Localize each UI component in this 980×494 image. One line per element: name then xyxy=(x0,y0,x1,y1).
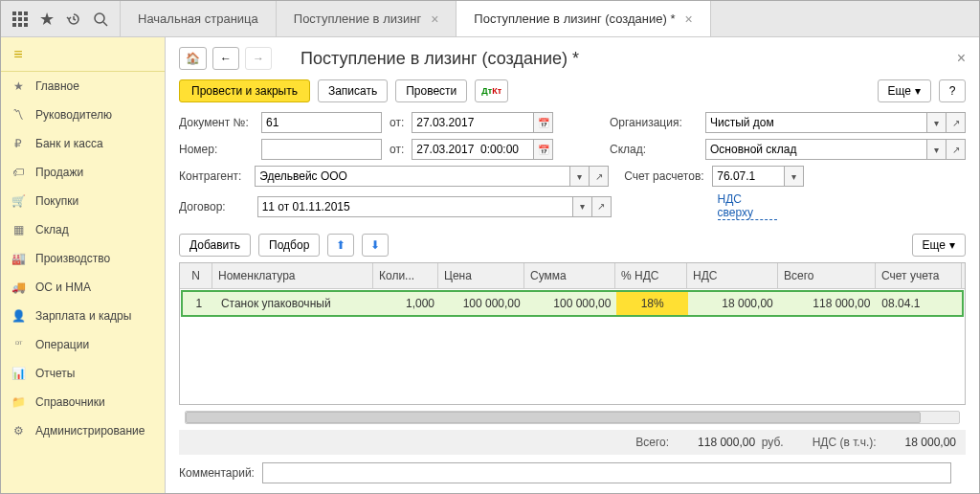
cell-qty: 1,000 xyxy=(375,292,440,315)
back-button[interactable]: ← xyxy=(212,47,239,70)
th-qty[interactable]: Коли... xyxy=(373,263,438,288)
nds-label: НДС (в т.ч.): xyxy=(813,436,877,449)
sidebar-item-refs[interactable]: 📁Справочники xyxy=(1,388,165,416)
sidebar-item-warehouse[interactable]: ▦Склад xyxy=(1,215,165,244)
sidebar-item-main[interactable]: ★Главное xyxy=(1,72,165,101)
tab-home[interactable]: Начальная страница xyxy=(120,1,277,36)
sidebar-item-label: Производство xyxy=(35,252,110,265)
th-total[interactable]: Всего xyxy=(778,263,876,288)
apps-icon[interactable] xyxy=(9,8,32,31)
help-button[interactable]: ? xyxy=(939,79,966,102)
menu-icon[interactable]: ≡ xyxy=(11,47,26,62)
home-button[interactable]: 🏠 xyxy=(179,47,207,70)
sidebar-item-purchases[interactable]: 🛒Покупки xyxy=(1,187,165,215)
post-button[interactable]: Провести xyxy=(395,79,467,102)
cart-icon: 🛒 xyxy=(11,193,26,209)
search-icon[interactable] xyxy=(89,8,112,31)
sidebar-header: ≡ xyxy=(1,37,165,72)
sidebar-item-operations[interactable]: ᴰᵀОперации xyxy=(1,330,165,359)
sidebar-item-assets[interactable]: 🚚ОС и НМА xyxy=(1,273,165,302)
th-sum[interactable]: Сумма xyxy=(524,263,615,288)
close-icon[interactable]: × xyxy=(431,11,438,27)
dropdown-icon[interactable]: ▾ xyxy=(570,166,590,187)
th-name[interactable]: Номенклатура xyxy=(212,263,373,288)
calendar-icon[interactable]: 📅 xyxy=(534,112,553,133)
open-icon[interactable]: ↗ xyxy=(947,112,966,133)
cell-nds: 18 000,00 xyxy=(688,292,779,315)
row-docnum: Документ №: от: 📅 Организация: ▾ ↗ xyxy=(179,112,966,133)
th-vat[interactable]: % НДС xyxy=(615,263,687,288)
nav-buttons: 🏠 ← → xyxy=(179,47,272,70)
warehouse-input[interactable] xyxy=(705,139,927,160)
horizontal-scrollbar[interactable] xyxy=(185,411,960,424)
sidebar-item-admin[interactable]: ⚙Администрирование xyxy=(1,416,165,445)
open-icon[interactable]: ↗ xyxy=(590,166,609,187)
move-down-button[interactable]: ⬇ xyxy=(362,234,389,257)
comment-input[interactable] xyxy=(262,462,951,483)
folder-icon: 📁 xyxy=(11,394,26,410)
calendar-icon[interactable]: 📅 xyxy=(534,139,553,160)
open-icon[interactable]: ↗ xyxy=(592,196,612,217)
svg-rect-5 xyxy=(24,17,28,21)
sidebar-item-label: Администрирование xyxy=(35,424,145,438)
sidebar-item-production[interactable]: 🏭Производство xyxy=(1,244,165,273)
page-title: Поступление в лизинг (создание) * xyxy=(301,49,579,69)
star-icon[interactable]: ★ xyxy=(35,8,58,31)
dropdown-icon[interactable]: ▾ xyxy=(927,139,947,160)
svg-rect-0 xyxy=(12,11,16,15)
tab-leasing-list[interactable]: Поступление в лизинг× xyxy=(277,1,457,36)
forward-button[interactable]: → xyxy=(245,47,272,70)
sidebar-item-reports[interactable]: 📊Отчеты xyxy=(1,359,165,388)
sidebar-item-salary[interactable]: 👤Зарплата и кадры xyxy=(1,302,165,330)
post-and-close-button[interactable]: Провести и закрыть xyxy=(179,79,310,102)
more-button[interactable]: Еще xyxy=(878,79,931,102)
org-input[interactable] xyxy=(705,112,927,133)
dt-kt-button[interactable]: ДтКт xyxy=(475,79,508,102)
table-more-button[interactable]: Еще xyxy=(912,234,966,257)
counterparty-group: ▾ ↗ xyxy=(255,166,609,187)
sidebar-item-bank[interactable]: ₽Банк и касса xyxy=(1,129,165,158)
dt-icon: ᴰᵀ xyxy=(11,337,26,352)
table-row[interactable]: 1 Станок упаковочный 1,000 100 000,00 10… xyxy=(181,290,964,317)
warehouse-label: Склад: xyxy=(610,143,698,156)
dropdown-icon[interactable]: ▾ xyxy=(785,166,804,187)
sidebar-item-sales[interactable]: 🏷Продажи xyxy=(1,158,165,187)
cell-n: 1 xyxy=(183,292,215,315)
docdate-input[interactable] xyxy=(412,112,534,133)
th-n[interactable]: N xyxy=(180,263,212,288)
contract-input[interactable] xyxy=(257,196,573,217)
th-price[interactable]: Цена xyxy=(438,263,524,288)
from-label-2: от: xyxy=(390,143,404,156)
docnum-label: Документ №: xyxy=(179,116,254,129)
add-button[interactable]: Добавить xyxy=(179,234,251,257)
docnum-input[interactable] xyxy=(261,112,382,133)
numberdate-input[interactable] xyxy=(412,139,534,160)
move-up-button[interactable]: ⬆ xyxy=(327,234,354,257)
scroll-thumb[interactable] xyxy=(186,412,921,423)
close-icon[interactable]: × xyxy=(957,50,966,67)
dropdown-icon[interactable]: ▾ xyxy=(573,196,592,217)
dropdown-icon[interactable]: ▾ xyxy=(927,112,947,133)
history-icon[interactable] xyxy=(62,8,85,31)
counterparty-input[interactable] xyxy=(255,166,570,187)
close-icon[interactable]: × xyxy=(684,11,692,27)
cell-acc: 08.04.1 xyxy=(876,292,962,315)
gear-icon: ⚙ xyxy=(11,423,26,438)
vat-link[interactable]: НДС сверху xyxy=(718,192,778,220)
pick-button[interactable]: Подбор xyxy=(258,234,320,257)
sidebar-item-label: Отчеты xyxy=(35,367,75,380)
main-content: 🏠 ← → Поступление в лизинг (создание) * … xyxy=(166,37,979,493)
number-input[interactable] xyxy=(261,139,382,160)
account-input[interactable] xyxy=(712,166,785,187)
th-acc[interactable]: Счет учета xyxy=(876,263,962,288)
tab-leasing-create[interactable]: Поступление в лизинг (создание) *× xyxy=(457,1,710,36)
cell-sum: 100 000,00 xyxy=(526,292,617,315)
open-icon[interactable]: ↗ xyxy=(947,139,966,160)
save-button[interactable]: Записать xyxy=(318,79,388,102)
chart-icon: 〽 xyxy=(11,107,26,123)
body: ≡ ★Главное 〽Руководителю ₽Банк и касса 🏷… xyxy=(1,37,979,493)
sidebar-item-manager[interactable]: 〽Руководителю xyxy=(1,101,165,129)
row-counterparty: Контрагент: ▾ ↗ Счет расчетов: ▾ xyxy=(179,166,966,187)
sidebar-item-label: Продажи xyxy=(35,166,83,179)
th-nds[interactable]: НДС xyxy=(687,263,778,288)
